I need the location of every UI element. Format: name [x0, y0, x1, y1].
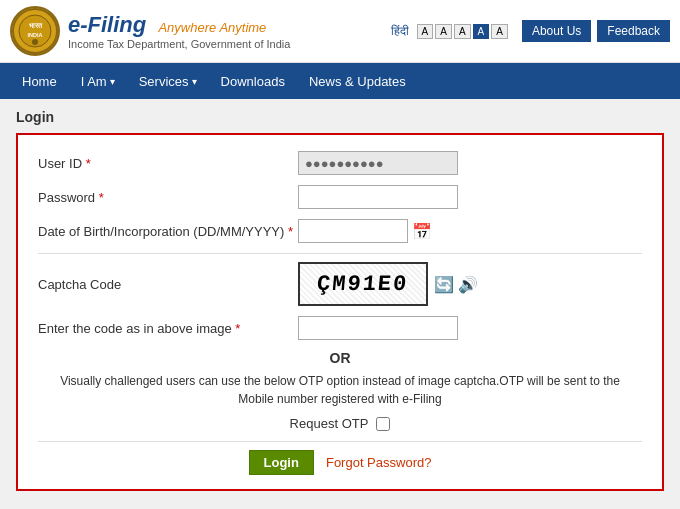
- font-size-a2[interactable]: A: [435, 24, 452, 39]
- password-input[interactable]: [298, 185, 458, 209]
- top-bar: भारत INDIA e-Filing Anywhere Anytime Inc…: [0, 0, 680, 63]
- nav-news-label: News & Updates: [309, 74, 406, 89]
- captcha-refresh-button[interactable]: 🔄: [434, 275, 454, 294]
- captcha-image: ÇM91E0: [298, 262, 428, 306]
- userid-label: User ID *: [38, 156, 298, 171]
- font-size-a4[interactable]: A: [473, 24, 490, 39]
- login-form-container: User ID * Password * Date of Birth/Incor…: [16, 133, 664, 491]
- dob-label: Date of Birth/Incorporation (DD/MM/YYYY)…: [38, 224, 298, 239]
- nav-news[interactable]: News & Updates: [297, 63, 418, 99]
- font-size-a5[interactable]: A: [491, 24, 508, 39]
- nav-services-label: Services: [139, 74, 189, 89]
- dob-row: Date of Birth/Incorporation (DD/MM/YYYY)…: [38, 219, 642, 243]
- font-size-a3[interactable]: A: [454, 24, 471, 39]
- otp-row: Request OTP: [38, 416, 642, 431]
- nav-home-label: Home: [22, 74, 57, 89]
- captcha-label: Captcha Code: [38, 277, 298, 292]
- calendar-icon[interactable]: 📅: [412, 222, 432, 241]
- dob-label-text: Date of Birth/Incorporation (DD/MM/YYYY): [38, 224, 284, 239]
- captcha-enter-label: Enter the code as in above image *: [38, 321, 298, 336]
- password-row: Password *: [38, 185, 642, 209]
- captcha-required: *: [235, 321, 240, 336]
- efiling-tagline: Anywhere Anytime: [158, 20, 266, 35]
- nav-iam-label: I Am: [81, 74, 107, 89]
- userid-row: User ID *: [38, 151, 642, 175]
- feedback-button[interactable]: Feedback: [597, 20, 670, 42]
- userid-required: *: [86, 156, 91, 171]
- svg-point-4: [32, 39, 38, 45]
- userid-input[interactable]: [298, 151, 458, 175]
- dob-input[interactable]: [298, 219, 408, 243]
- forgot-password-link[interactable]: Forgot Password?: [326, 455, 432, 470]
- action-row: Login Forgot Password?: [38, 450, 642, 475]
- captcha-row: Captcha Code ÇM91E0 🔄 🔊: [38, 262, 642, 306]
- efiling-title-text: e-Filing: [68, 12, 146, 37]
- nav-home[interactable]: Home: [10, 63, 69, 99]
- otp-label: Request OTP: [290, 416, 369, 431]
- nav-downloads[interactable]: Downloads: [209, 63, 297, 99]
- hindi-lang-btn[interactable]: हिंदी: [391, 24, 409, 38]
- nav-downloads-label: Downloads: [221, 74, 285, 89]
- dob-required: *: [288, 224, 293, 239]
- logo-area: भारत INDIA e-Filing Anywhere Anytime Inc…: [10, 6, 290, 56]
- emblem-logo: भारत INDIA: [10, 6, 60, 56]
- captcha-enter-row: Enter the code as in above image *: [38, 316, 642, 340]
- font-size-controls: A A A A A: [417, 24, 508, 39]
- nav-bar: Home I Am ▾ Services ▾ Downloads News & …: [0, 63, 680, 99]
- logo-text: e-Filing Anywhere Anytime Income Tax Dep…: [68, 12, 290, 50]
- page-title: Login: [16, 109, 664, 125]
- nav-services-arrow: ▾: [192, 76, 197, 87]
- password-label: Password *: [38, 190, 298, 205]
- userid-label-text: User ID: [38, 156, 82, 171]
- captcha-audio-button[interactable]: 🔊: [458, 275, 478, 294]
- separator-2: [38, 441, 642, 442]
- captcha-enter-label-text: Enter the code as in above image: [38, 321, 232, 336]
- captcha-text: ÇM91E0: [316, 272, 409, 297]
- nav-iam-arrow: ▾: [110, 76, 115, 87]
- separator-1: [38, 253, 642, 254]
- font-size-a1[interactable]: A: [417, 24, 434, 39]
- nav-i-am[interactable]: I Am ▾: [69, 63, 127, 99]
- about-us-button[interactable]: About Us: [522, 20, 591, 42]
- otp-checkbox[interactable]: [376, 417, 390, 431]
- svg-text:भारत: भारत: [29, 22, 43, 29]
- login-button[interactable]: Login: [249, 450, 314, 475]
- password-label-text: Password: [38, 190, 95, 205]
- or-separator: OR: [38, 350, 642, 366]
- otp-info-text: Visually challenged users can use the be…: [38, 372, 642, 408]
- svg-text:INDIA: INDIA: [28, 32, 43, 38]
- top-right-controls: हिंदी A A A A A About Us Feedback: [391, 20, 670, 42]
- nav-services[interactable]: Services ▾: [127, 63, 209, 99]
- password-required: *: [99, 190, 104, 205]
- page-content: Login User ID * Password * Date of Birth…: [0, 99, 680, 501]
- efiling-subtitle: Income Tax Department, Government of Ind…: [68, 38, 290, 50]
- efiling-title: e-Filing Anywhere Anytime: [68, 12, 290, 38]
- captcha-input[interactable]: [298, 316, 458, 340]
